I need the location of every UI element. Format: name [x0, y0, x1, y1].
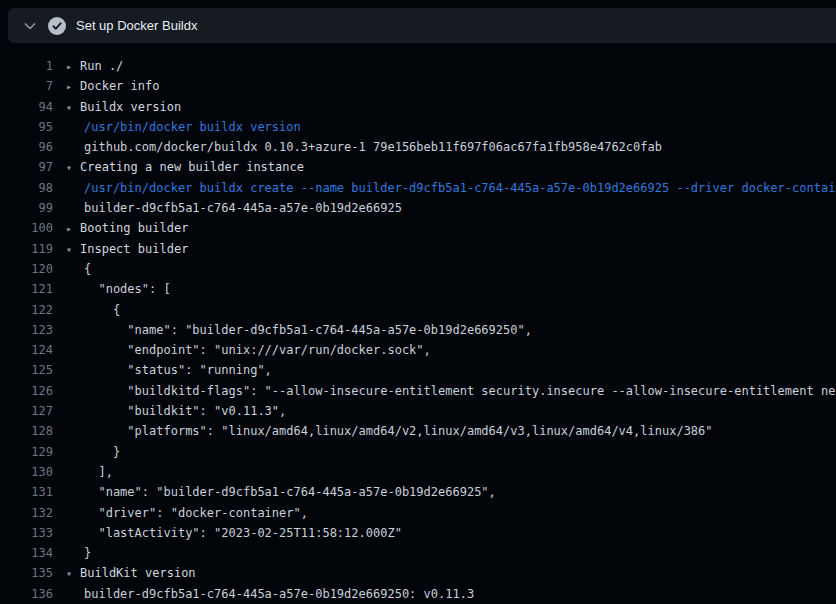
log-output-text: "name": "builder-d9cfb5a1-c764-445a-a57e… — [84, 482, 496, 502]
group-title: Creating a new builder instance — [80, 160, 304, 174]
log-output-text: "driver": "docker-container", — [84, 503, 308, 523]
log-line: 119▾Inspect builder — [0, 239, 836, 259]
log-group-toggle[interactable]: ▾Inspect builder — [66, 239, 188, 259]
line-number[interactable]: 99 — [0, 198, 53, 218]
log-line: 124 "endpoint": "unix:///var/run/docker.… — [0, 340, 836, 360]
log-output-text: builder-d9cfb5a1-c764-445a-a57e-0b19d2e6… — [84, 198, 402, 218]
log-group-toggle[interactable]: ▾BuildKit version — [66, 563, 196, 583]
line-number[interactable]: 1 — [0, 56, 53, 76]
log-output-text: builder-d9cfb5a1-c764-445a-a57e-0b19d2e6… — [84, 584, 474, 604]
log-line: 134} — [0, 543, 836, 563]
group-title: Buildx version — [80, 100, 181, 114]
log-line: 129 } — [0, 442, 836, 462]
line-number[interactable]: 130 — [0, 462, 53, 482]
log-output-text: "lastActivity": "2023-02-25T11:58:12.000… — [84, 523, 402, 543]
log-output-text: "buildkitd-flags": "--allow-insecure-ent… — [84, 381, 836, 401]
triangle-down-icon: ▾ — [66, 240, 80, 259]
log-line: 127 "buildkit": "v0.11.3", — [0, 401, 836, 421]
line-number[interactable]: 7 — [0, 76, 53, 96]
line-number[interactable]: 134 — [0, 543, 53, 563]
group-title: Run ./ — [80, 59, 123, 73]
log-line: 135▾BuildKit version — [0, 563, 836, 583]
log-line: 94▾Buildx version — [0, 97, 836, 117]
log-output-text: "buildkit": "v0.11.3", — [84, 401, 286, 421]
line-number[interactable]: 96 — [0, 137, 53, 157]
log-output-text: "status": "running", — [84, 360, 272, 380]
log-group-toggle[interactable]: ▾Creating a new builder instance — [66, 157, 304, 177]
log-line: 131 "name": "builder-d9cfb5a1-c764-445a-… — [0, 482, 836, 502]
group-title: Booting builder — [80, 221, 188, 235]
triangle-right-icon: ▸ — [66, 57, 80, 76]
log-line: 99builder-d9cfb5a1-c764-445a-a57e-0b19d2… — [0, 198, 836, 218]
log-line: 132 "driver": "docker-container", — [0, 503, 836, 523]
log-output-text: ], — [84, 462, 113, 482]
log-output-text: "name": "builder-d9cfb5a1-c764-445a-a57e… — [84, 320, 532, 340]
chevron-down-icon — [22, 18, 38, 34]
line-number[interactable]: 132 — [0, 503, 53, 523]
log-line: 1▸Run ./ — [0, 56, 836, 76]
line-number[interactable]: 124 — [0, 340, 53, 360]
log-output-text: "endpoint": "unix:///var/run/docker.sock… — [84, 340, 431, 360]
line-number[interactable]: 126 — [0, 381, 53, 401]
line-number[interactable]: 133 — [0, 523, 53, 543]
log-group-toggle[interactable]: ▸Booting builder — [66, 218, 188, 238]
line-number[interactable]: 120 — [0, 259, 53, 279]
line-number[interactable]: 119 — [0, 239, 53, 259]
log-group-toggle[interactable]: ▸Docker info — [66, 76, 159, 96]
log-line: 96github.com/docker/buildx 0.10.3+azure-… — [0, 137, 836, 157]
line-number[interactable]: 131 — [0, 482, 53, 502]
line-number[interactable]: 122 — [0, 300, 53, 320]
group-title: BuildKit version — [80, 566, 196, 580]
group-title: Docker info — [80, 79, 159, 93]
line-number[interactable]: 123 — [0, 320, 53, 340]
log-line: 7▸Docker info — [0, 76, 836, 96]
log-container: 1▸Run ./7▸Docker info94▾Buildx version95… — [0, 43, 836, 604]
triangle-down-icon: ▾ — [66, 158, 80, 177]
line-number[interactable]: 121 — [0, 279, 53, 299]
step-header[interactable]: Set up Docker Buildx — [8, 8, 836, 43]
log-line: 136builder-d9cfb5a1-c764-445a-a57e-0b19d… — [0, 584, 836, 604]
log-line: 97▾Creating a new builder instance — [0, 157, 836, 177]
log-output-text: { — [84, 300, 120, 320]
log-command-text: /usr/bin/docker buildx create --name bui… — [84, 178, 836, 198]
log-output-text: "nodes": [ — [84, 279, 171, 299]
line-number[interactable]: 100 — [0, 218, 53, 238]
log-line: 121 "nodes": [ — [0, 279, 836, 299]
log-output-text: { — [84, 259, 91, 279]
line-number[interactable]: 136 — [0, 584, 53, 604]
group-title: Inspect builder — [80, 242, 188, 256]
log-line: 120{ — [0, 259, 836, 279]
line-number[interactable]: 129 — [0, 442, 53, 462]
line-number[interactable]: 127 — [0, 401, 53, 421]
log-output-text: } — [84, 442, 120, 462]
log-line: 130 ], — [0, 462, 836, 482]
triangle-down-icon: ▾ — [66, 98, 80, 117]
log-line: 128 "platforms": "linux/amd64,linux/amd6… — [0, 421, 836, 441]
line-number[interactable]: 95 — [0, 117, 53, 137]
check-circle-icon — [48, 17, 66, 35]
log-line: 123 "name": "builder-d9cfb5a1-c764-445a-… — [0, 320, 836, 340]
log-line: 126 "buildkitd-flags": "--allow-insecure… — [0, 381, 836, 401]
triangle-right-icon: ▸ — [66, 77, 80, 96]
log-group-toggle[interactable]: ▸Run ./ — [66, 56, 123, 76]
log-line: 133 "lastActivity": "2023-02-25T11:58:12… — [0, 523, 836, 543]
log-output-text: github.com/docker/buildx 0.10.3+azure-1 … — [84, 137, 662, 157]
log-command-text: /usr/bin/docker buildx version — [84, 117, 301, 137]
line-number[interactable]: 94 — [0, 97, 53, 117]
line-number[interactable]: 135 — [0, 563, 53, 583]
line-number[interactable]: 128 — [0, 421, 53, 441]
log-line: 95/usr/bin/docker buildx version — [0, 117, 836, 137]
log-group-toggle[interactable]: ▾Buildx version — [66, 97, 181, 117]
triangle-down-icon: ▾ — [66, 564, 80, 583]
triangle-right-icon: ▸ — [66, 219, 80, 238]
line-number[interactable]: 98 — [0, 178, 53, 198]
log-line: 122 { — [0, 300, 836, 320]
step-title: Set up Docker Buildx — [76, 18, 197, 33]
log-output-text: } — [84, 543, 91, 563]
log-line: 100▸Booting builder — [0, 218, 836, 238]
line-number[interactable]: 125 — [0, 360, 53, 380]
line-number[interactable]: 97 — [0, 157, 53, 177]
log-line: 98/usr/bin/docker buildx create --name b… — [0, 178, 836, 198]
log-line: 125 "status": "running", — [0, 360, 836, 380]
log-output-text: "platforms": "linux/amd64,linux/amd64/v2… — [84, 421, 713, 441]
